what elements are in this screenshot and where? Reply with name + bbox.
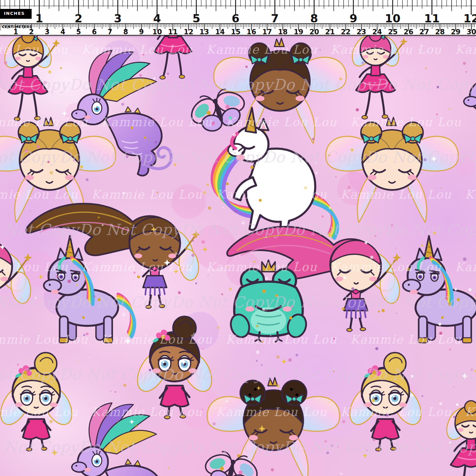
svg-text:12: 12 xyxy=(463,12,476,25)
svg-text:11: 11 xyxy=(424,12,440,25)
svg-text:30: 30 xyxy=(466,28,476,36)
svg-text:Kammie Lou Lou Kammie Lou Lou: Kammie Lou Lou Kammie Lou Lou Kammie Lou… xyxy=(0,188,476,201)
svg-text:6: 6 xyxy=(92,28,97,36)
svg-text:Kammie Lou Lou Kammie Lou Lou: Kammie Lou Lou Kammie Lou Lou Kammie Lou… xyxy=(0,43,476,56)
svg-text:7: 7 xyxy=(108,28,113,36)
svg-text:Do Not CopyDo Not CopyDo Not C: Do Not CopyDo Not CopyDo Not CopyDo Not … xyxy=(0,293,476,311)
svg-text:2: 2 xyxy=(75,12,83,25)
svg-text:11: 11 xyxy=(168,28,178,36)
svg-text:19: 19 xyxy=(294,28,303,36)
ruler-scale: 1234567891011121234567891011121314151617… xyxy=(0,0,476,36)
svg-text:3: 3 xyxy=(114,12,122,25)
fairy-face-cream-right xyxy=(326,117,458,222)
svg-text:21: 21 xyxy=(325,28,335,36)
svg-text:8: 8 xyxy=(123,28,128,36)
svg-text:Do Not CopyDo Not CopyDo Not C: Do Not CopyDo Not CopyDo Not CopyDo Not … xyxy=(0,148,476,166)
pattern-artwork: Kammie Lou Lou Kammie Lou Lou Kammie Lou… xyxy=(0,36,476,476)
svg-text:Kammie Lou Lou Kammie Lou Lou: Kammie Lou Lou Kammie Lou Lou Kammie Lou… xyxy=(0,333,476,346)
svg-text:6: 6 xyxy=(232,12,239,25)
svg-text:16: 16 xyxy=(247,28,256,36)
svg-text:28: 28 xyxy=(435,28,445,36)
svg-text:4: 4 xyxy=(60,28,65,36)
svg-text:29: 29 xyxy=(451,28,461,36)
svg-text:15: 15 xyxy=(231,28,240,36)
svg-text:1: 1 xyxy=(35,12,43,25)
svg-text:2: 2 xyxy=(29,28,34,36)
svg-text:Do Not CopyDo Not CopyDo Not C: Do Not CopyDo Not CopyDo Not CopyDo Not … xyxy=(0,438,476,456)
svg-text:1: 1 xyxy=(13,28,18,36)
fairy-pink-flowing-hair-left-edge xyxy=(0,227,33,331)
svg-text:9: 9 xyxy=(139,28,144,36)
ruler-inches-label: INCHES xyxy=(4,11,25,16)
fabric-pattern: Kammie Lou Lou Kammie Lou Lou Kammie Lou… xyxy=(0,36,476,476)
svg-text:Kammie Lou Lou Kammie Lou Lou: Kammie Lou Lou Kammie Lou Lou Kammie Lou… xyxy=(0,260,476,274)
svg-text:3: 3 xyxy=(45,28,50,36)
svg-text:Kammie Lou Lou Kammie Lou Lou: Kammie Lou Lou Kammie Lou Lou Kammie Lou… xyxy=(0,405,476,419)
pony-unicorn-right-edge xyxy=(403,236,476,343)
svg-text:14: 14 xyxy=(215,28,225,36)
svg-text:27: 27 xyxy=(419,28,429,36)
svg-text:26: 26 xyxy=(404,28,413,36)
svg-text:Do Not CopyDo Not CopyDo Not C: Do Not CopyDo Not CopyDo Not CopyDo Not … xyxy=(0,366,476,383)
svg-text:Do Not CopyDo Not CopyDo Not C: Do Not CopyDo Not CopyDo Not CopyDo Not … xyxy=(0,221,476,238)
ruler-centimeters-label: CENTIMETERS xyxy=(2,25,32,29)
svg-text:22: 22 xyxy=(341,28,350,36)
fabric-swatch-photo: 1234567891011121234567891011121314151617… xyxy=(0,0,476,476)
svg-text:20: 20 xyxy=(309,28,319,36)
svg-text:18: 18 xyxy=(278,28,288,36)
svg-text:8: 8 xyxy=(310,12,318,25)
svg-text:10: 10 xyxy=(152,28,162,36)
svg-text:17: 17 xyxy=(262,28,272,36)
fairy-ballerina-top-center xyxy=(147,36,204,79)
svg-text:12: 12 xyxy=(184,28,193,36)
svg-text:Kammie Lou Lou Kammie Lou Lou: Kammie Lou Lou Kammie Lou Lou Kammie Lou… xyxy=(0,115,476,129)
svg-text:13: 13 xyxy=(199,28,209,36)
svg-text:9: 9 xyxy=(350,12,357,25)
svg-text:23: 23 xyxy=(356,28,366,36)
svg-text:7: 7 xyxy=(271,12,279,25)
svg-text:24: 24 xyxy=(372,28,382,36)
svg-text:10: 10 xyxy=(385,12,400,25)
svg-text:Do Not CopyDo Not CopyDo Not C: Do Not CopyDo Not CopyDo Not CopyDo Not … xyxy=(0,76,476,94)
svg-text:4: 4 xyxy=(153,12,161,25)
svg-text:25: 25 xyxy=(388,28,398,36)
svg-text:5: 5 xyxy=(76,28,81,36)
svg-text:5: 5 xyxy=(192,12,200,25)
ruler: 1234567891011121234567891011121314151617… xyxy=(0,0,476,36)
